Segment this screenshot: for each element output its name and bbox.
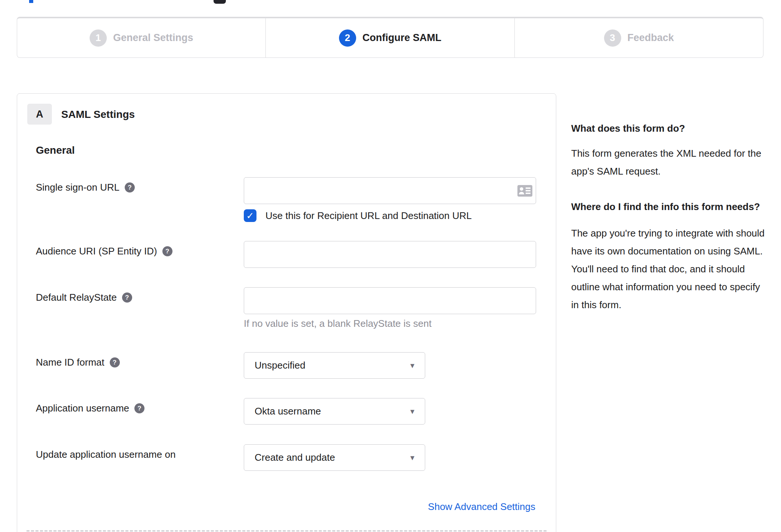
help-sidebar: What does this form do? This form genera… [571,121,765,314]
step-feedback[interactable]: 3 Feedback [514,18,763,57]
help-icon[interactable]: ? [134,403,144,413]
chevron-down-icon: ▾ [410,453,414,463]
sidebar-heading-what: What does this form do? [571,121,765,135]
label-text: Single sign-on URL [36,182,119,193]
update-application-username-select[interactable]: Create and update ▾ [244,444,425,471]
recipient-url-checkbox[interactable]: ✓ [244,209,256,222]
name-id-format-select[interactable]: Unspecified ▾ [244,352,425,379]
step-2-number: 2 [339,29,356,47]
select-value: Unspecified [255,360,410,371]
label-text: Audience URI (SP Entity ID) [36,245,157,257]
select-value: Create and update [255,452,410,463]
wizard-stepper: 1 General Settings 2 Configure SAML 3 Fe… [17,17,763,58]
help-icon[interactable]: ? [162,246,172,256]
relaystate-hint: If no value is set, a blank RelayState i… [244,318,432,329]
group-heading-general: General [36,144,75,156]
help-icon[interactable]: ? [125,182,135,193]
step-configure-saml[interactable]: 2 Configure SAML [265,18,514,57]
default-relaystate-input[interactable] [244,287,536,314]
sidebar-heading-where: Where do I find the info this form needs… [571,198,765,215]
contact-card-icon [517,185,532,197]
chevron-down-icon: ▾ [410,361,414,370]
step-1-label: General Settings [113,32,193,44]
label-default-relaystate: Default RelayState ? [36,292,132,303]
section-badge: A [27,104,52,125]
label-name-id-format: Name ID format ? [36,357,120,368]
step-3-number: 3 [604,29,621,47]
chevron-down-icon: ▾ [410,407,414,416]
step-2-label: Configure SAML [363,32,441,44]
label-single-sign-on-url: Single sign-on URL ? [36,182,135,193]
help-icon[interactable]: ? [110,357,120,367]
single-sign-on-url-input[interactable] [244,177,536,204]
application-username-select[interactable]: Okta username ▾ [244,398,425,425]
label-text: Name ID format [36,357,105,368]
help-icon[interactable]: ? [122,292,132,303]
saml-settings-card: A SAML Settings General Single sign-on U… [17,93,556,532]
label-text: Application username [36,403,129,414]
step-3-label: Feedback [628,32,674,44]
cutoff-blue-element [29,0,33,3]
checkmark-icon: ✓ [246,210,254,221]
audience-uri-input[interactable] [244,241,536,268]
step-1-number: 1 [90,29,107,47]
cutoff-dark-icon [214,0,226,4]
sidebar-paragraph-what: This form generates the XML needed for t… [571,144,765,180]
select-value: Okta username [255,406,410,417]
label-audience-uri: Audience URI (SP Entity ID) ? [36,245,172,257]
recipient-url-checkbox-label[interactable]: Use this for Recipient URL and Destinati… [265,209,472,222]
label-update-application-username: Update application username on [36,449,175,460]
section-title: SAML Settings [61,109,135,121]
section-divider [27,530,547,532]
label-application-username: Application username ? [36,403,144,414]
label-text: Update application username on [36,449,175,460]
step-general-settings[interactable]: 1 General Settings [17,18,265,57]
sidebar-paragraph-where: The app you're trying to integrate with … [571,224,765,314]
label-text: Default RelayState [36,292,117,303]
show-advanced-settings-link[interactable]: Show Advanced Settings [428,501,535,513]
